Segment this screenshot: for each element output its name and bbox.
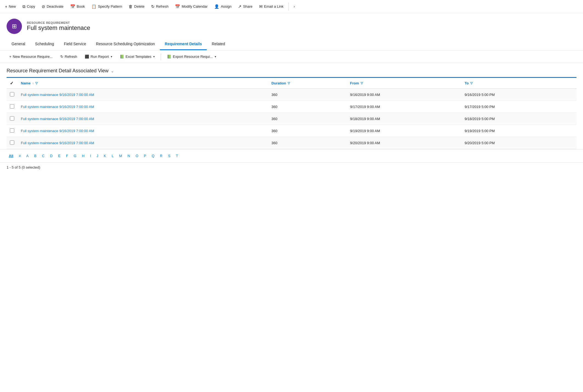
select-all-header[interactable]: ✓ [7,78,18,89]
more-icon: › [294,4,295,8]
row-name-link[interactable]: Full system maintenace 9/16/2019 7:00:00… [21,105,94,109]
copy-button[interactable]: ⧉ Copy [20,2,38,11]
row-to-cell: 9/16/2019 5:00 PM [461,89,576,101]
new-resource-icon: + [9,55,12,59]
row-checkbox[interactable] [10,104,14,109]
row-name-cell: Full system maintenace 9/16/2019 7:00:00… [18,101,268,113]
tab-general[interactable]: General [7,38,30,50]
page-letter-a[interactable]: A [24,153,31,159]
new-button[interactable]: + New [2,2,19,10]
page-letter-o[interactable]: O [133,153,140,159]
email-link-button[interactable]: ✉ Email a Link [256,2,286,11]
page-letter-f[interactable]: F [64,153,70,159]
table-row: Full system maintenace 9/16/2019 7:00:00… [7,125,576,137]
row-checkbox[interactable] [10,116,14,121]
row-checkbox[interactable] [10,92,14,96]
row-checkbox-cell[interactable] [7,137,18,149]
to-column-header: To ▽ [461,78,576,89]
new-resource-button[interactable]: + New Resource Require... [7,53,55,60]
row-to-cell: 9/20/2019 5:00 PM [461,137,576,149]
row-checkbox-cell[interactable] [7,101,18,113]
page-letter-m[interactable]: M [117,153,124,159]
share-icon: ↗ [238,4,242,9]
sub-refresh-button[interactable]: ↻ Refresh [58,53,80,60]
tab-field-service[interactable]: Field Service [59,38,91,50]
name-filter-icon[interactable]: ▽ [35,81,38,85]
row-name-link[interactable]: Full system maintenace 9/16/2019 7:00:00… [21,117,94,121]
from-filter-icon[interactable]: ▽ [361,81,363,85]
page-letter-j[interactable]: J [94,153,101,159]
refresh-button[interactable]: ↻ Refresh [148,2,171,11]
nav-tabs: General Scheduling Field Service Resourc… [0,38,583,50]
page-letter-s[interactable]: S [166,153,173,159]
row-name-link[interactable]: Full system maintenace 9/16/2019 7:00:00… [21,141,94,145]
table-row: Full system maintenace 9/16/2019 7:00:00… [7,137,576,149]
page-letter-d[interactable]: D [48,153,55,159]
page-letter-p[interactable]: P [142,153,149,159]
book-button[interactable]: 📅 Book [67,2,88,11]
row-duration-cell: 360 [268,125,347,137]
page-letter-e[interactable]: E [56,153,63,159]
row-from-cell: 9/18/2019 9:00 AM [347,113,462,125]
specify-pattern-button[interactable]: 📋 Specify Pattern [89,2,125,11]
row-checkbox[interactable] [10,128,14,133]
row-checkbox[interactable] [10,140,14,145]
row-checkbox-cell[interactable] [7,125,18,137]
page-letter-g[interactable]: G [72,153,79,159]
deactivate-button[interactable]: ⊘ Deactivate [39,2,66,11]
row-checkbox-cell[interactable] [7,89,18,101]
share-button[interactable]: ↗ Share [235,2,255,11]
from-column-label: From [350,81,359,85]
row-duration-cell: 360 [268,101,347,113]
run-report-button[interactable]: ⬛ Run Report ▾ [82,53,115,60]
name-sort-icon[interactable]: ↑ [32,82,34,85]
view-title-dropdown-icon[interactable]: ⌄ [111,69,114,73]
to-column-label: To [465,81,469,85]
run-report-icon: ⬛ [85,55,89,59]
modify-calendar-button[interactable]: 📅 Modify Calendar [172,2,210,11]
sub-toolbar: + New Resource Require... ↻ Refresh ⬛ Ru… [0,50,583,63]
more-button[interactable]: › [291,3,298,10]
delete-button[interactable]: 🗑 Delete [126,2,147,10]
page-letter-b[interactable]: B [32,153,39,159]
row-name-cell: Full system maintenace 9/16/2019 7:00:00… [18,113,268,125]
duration-column-label: Duration [271,81,286,85]
page-letter-all[interactable]: All [7,153,16,159]
row-checkbox-cell[interactable] [7,113,18,125]
tab-scheduling[interactable]: Scheduling [30,38,59,50]
excel-templates-dropdown-icon: ▾ [153,55,155,58]
page-letter-r[interactable]: R [158,153,165,159]
table-row: Full system maintenace 9/16/2019 7:00:00… [7,89,576,101]
copy-icon: ⧉ [22,4,26,9]
table-row: Full system maintenace 9/16/2019 7:00:00… [7,113,576,125]
page-letter-#[interactable]: # [17,153,23,159]
tab-resource-scheduling[interactable]: Resource Scheduling Optimization [91,38,160,50]
row-duration-cell: 360 [268,89,347,101]
duration-filter-icon[interactable]: ▽ [288,81,290,85]
tab-requirement-details[interactable]: Requirement Details [160,38,207,50]
page-letter-k[interactable]: K [101,153,108,159]
page-letter-n[interactable]: N [125,153,132,159]
row-name-link[interactable]: Full system maintenace 9/16/2019 7:00:00… [21,93,94,97]
select-all-checkmark[interactable]: ✓ [10,81,13,86]
tab-related[interactable]: Related [207,38,230,50]
toolbar-separator [288,3,289,10]
row-from-cell: 9/20/2019 9:00 AM [347,137,462,149]
row-to-cell: 9/19/2019 5:00 PM [461,125,576,137]
export-resource-button[interactable]: 📗 Export Resource Requi... ▾ [164,53,219,60]
export-resource-dropdown-icon: ▾ [215,55,216,58]
excel-templates-button[interactable]: 📗 Excel Templates ▾ [117,53,157,60]
to-filter-icon[interactable]: ▽ [470,81,472,85]
run-report-dropdown-icon: ▾ [111,55,112,58]
row-name-link[interactable]: Full system maintenace 9/16/2019 7:00:00… [21,129,94,133]
assign-icon: 👤 [214,4,219,9]
table-row: Full system maintenace 9/16/2019 7:00:00… [7,101,576,113]
page-letter-i[interactable]: I [88,153,93,159]
duration-column-header: Duration ▽ [268,78,347,89]
page-letter-h[interactable]: H [80,153,87,159]
assign-button[interactable]: 👤 Assign [211,2,234,11]
page-letter-c[interactable]: C [40,153,47,159]
page-letter-q[interactable]: Q [149,153,157,159]
page-letter-t[interactable]: T [174,153,180,159]
page-letter-l[interactable]: L [109,153,116,159]
